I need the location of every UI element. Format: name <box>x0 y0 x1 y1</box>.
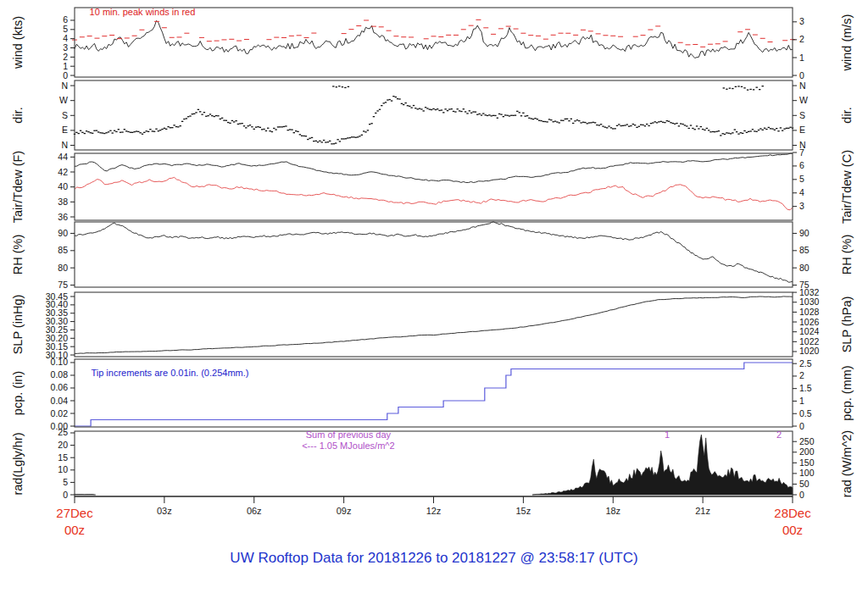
y-tick-label-right: 1028 <box>799 307 820 317</box>
series-wind-direction-point <box>152 130 153 131</box>
series-wind-direction-point <box>147 131 149 132</box>
panel-rh: 7580859075808590RH (%)RH (%) <box>11 222 854 290</box>
series-wind-direction-north-wrap-b-point <box>723 87 725 88</box>
series-wind-direction-point <box>155 129 157 130</box>
series-wind-direction-point <box>311 137 313 138</box>
series-wind-direction-point <box>475 112 476 113</box>
series-wind-direction-point <box>628 126 630 127</box>
series-wind-direction-point <box>740 132 742 133</box>
y-tick-label-right: 200 <box>799 446 815 457</box>
series-wind-direction-point <box>80 130 81 131</box>
y-tick-label-right: 250 <box>799 436 815 446</box>
series-wind-direction-point <box>370 123 372 124</box>
series-wind-direction-point <box>482 113 484 114</box>
y-tick-label-right: S <box>799 110 805 120</box>
y-tick-label-left: 0 <box>63 490 68 500</box>
x-tick-label: 09z <box>337 506 352 516</box>
series-wind-direction-point <box>180 125 181 126</box>
series-wind-direction-point <box>714 131 715 132</box>
series-wind-direction-point <box>662 122 664 123</box>
series-wind-direction-point <box>186 118 187 119</box>
start-date-label: 27Dec <box>56 506 93 520</box>
series-wind-direction-north-wrap-a-point <box>344 87 346 88</box>
y-tick-label-right: 1030 <box>799 296 820 307</box>
series-wind-direction-point <box>373 116 375 117</box>
axis-label-right-pcp: pcp. (mm) <box>840 365 854 420</box>
series-wind-direction-point <box>620 125 622 126</box>
y-tick-label-right: 80 <box>799 263 810 273</box>
axis-label-right-slp: SLP (hPa) <box>840 296 854 353</box>
y-tick-label-left: 15 <box>58 452 68 463</box>
series-wind-direction-point <box>593 122 594 123</box>
panel-wind-border <box>75 8 793 77</box>
series-wind-direction-point <box>97 131 99 132</box>
panel-dir: NESWNNESWNdir.dir. <box>11 80 854 150</box>
x-tick-label: 06z <box>247 506 262 516</box>
x-axis: 03z06z09z12z15z18z21z27Dec00z28Dec00z <box>56 496 811 537</box>
series-wind-direction-point <box>347 137 348 138</box>
series-wind-direction-point <box>327 141 329 142</box>
series-wind-direction-point <box>680 123 682 124</box>
y-tick-label-right: 4 <box>799 187 804 197</box>
series-wind-direction-point <box>269 130 270 131</box>
series-wind-direction-point <box>576 119 578 120</box>
series-wind-direction-north-wrap-b-point <box>735 86 737 87</box>
series-wind-direction-point <box>550 119 552 120</box>
series-wind-direction-point <box>519 112 520 113</box>
series-wind-direction-point <box>429 109 431 110</box>
y-tick-label-left: 0.06 <box>51 382 69 392</box>
y-tick-label-left: N <box>61 80 68 91</box>
series-wind-direction-point <box>668 121 670 122</box>
series-wind-direction-point <box>588 122 590 123</box>
series-wind-direction-point <box>243 125 245 126</box>
series-wind-direction-point <box>596 125 598 125</box>
series-wind-direction-point <box>187 116 189 117</box>
series-wind-direction-point <box>612 128 614 129</box>
series-wind-direction-point <box>696 125 698 126</box>
series-wind-direction-point <box>658 121 659 122</box>
series-wind-direction-point <box>636 127 637 128</box>
series-wind-direction-point <box>646 124 648 125</box>
series-wind-direction-point <box>782 130 783 131</box>
series-wind-direction-point <box>694 129 696 130</box>
series-wind-direction-point <box>481 114 482 115</box>
series-wind-direction-point <box>522 113 524 114</box>
series-wind-direction-point <box>594 122 596 123</box>
series-wind-direction-north-wrap-b-point <box>749 89 751 90</box>
series-wind-direction-point <box>199 111 201 112</box>
series-wind-direction-point <box>548 119 550 119</box>
start-hour-label: 00z <box>64 523 85 537</box>
series-wind-direction-point <box>133 131 135 132</box>
series-wind-direction-point <box>709 131 711 132</box>
series-wind-direction-point <box>715 131 717 132</box>
annotation-wind: 10 min. peak winds in red <box>90 7 196 17</box>
series-wind-direction-point <box>762 130 764 130</box>
series-wind-direction-point <box>512 115 514 116</box>
y-tick-label-left: 4 <box>63 33 68 43</box>
series-wind-direction-point <box>181 121 183 122</box>
series-wind-direction-point <box>786 128 787 129</box>
series-wind-direction-point <box>426 108 428 108</box>
series-wind-direction-point <box>538 120 540 121</box>
series-wind-direction-point <box>516 111 518 112</box>
series-wind-direction-point <box>87 131 89 132</box>
series-wind-direction-point <box>220 119 221 119</box>
y-tick-label-left: 75 <box>58 280 68 290</box>
series-wind-direction-point <box>397 98 398 99</box>
y-tick-label-left: 3 <box>63 42 68 53</box>
series-wind-direction-north-wrap-b-point <box>732 88 733 89</box>
series-wind-direction-point <box>149 129 151 130</box>
y-tick-label-right: 1020 <box>799 346 820 356</box>
series-wind-direction-north-wrap-b-point <box>737 86 739 86</box>
series-wind-direction-point <box>674 124 676 125</box>
series-wind-direction-point <box>227 122 229 123</box>
series-wind-direction-point <box>478 114 480 114</box>
series-wind-direction-point <box>398 98 400 99</box>
end-date-label: 28Dec <box>774 506 811 520</box>
axis-label-right-wind: wind (m/s) <box>840 14 854 72</box>
series-wind-direction-point <box>253 129 255 130</box>
series-wind-direction-north-wrap-a-point <box>332 86 334 86</box>
series-wind-direction-point <box>526 115 528 116</box>
y-tick-label-left: 0.08 <box>51 369 69 380</box>
y-tick-label-left: 5 <box>63 24 68 34</box>
